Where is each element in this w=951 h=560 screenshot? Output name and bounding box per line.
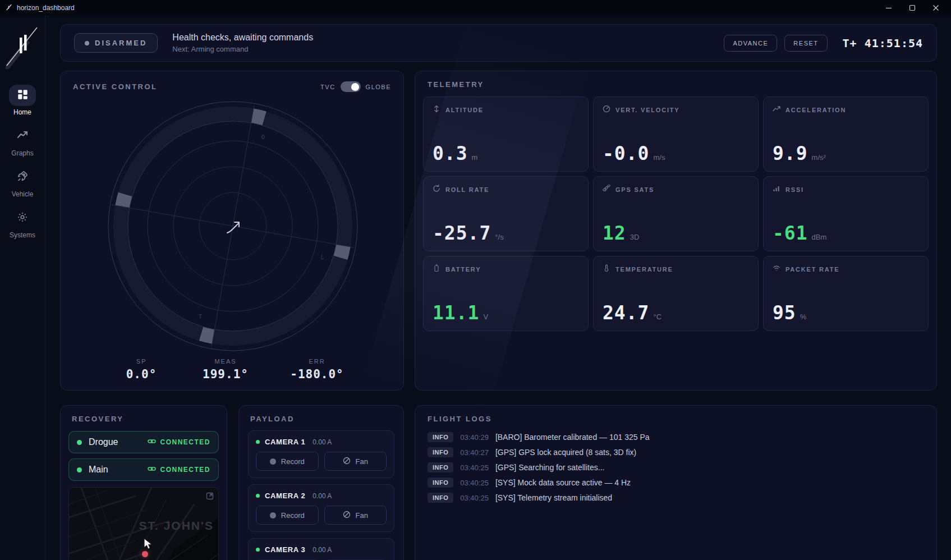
log-message: [BARO] Barometer calibrated — 101 325 Pa bbox=[495, 433, 650, 442]
telemetry-panel: TELEMETRY ALTITUDE 0.3m VERT. VELOCITY -… bbox=[415, 71, 937, 391]
sp-value: 0.0° bbox=[126, 368, 157, 381]
sidebar-item-vehicle[interactable]: Vehicle bbox=[0, 167, 45, 198]
card-label: PACKET RATE bbox=[785, 266, 839, 273]
advance-button[interactable]: ADVANCE bbox=[724, 35, 777, 52]
recovery-channel-main[interactable]: Main CONNECTED bbox=[68, 458, 219, 481]
setpoint-readout: SP 0.0° bbox=[126, 358, 157, 381]
sidebar-item-label: Systems bbox=[10, 231, 35, 239]
card-unit: V bbox=[483, 313, 488, 321]
channel-status: CONNECTED bbox=[160, 466, 210, 474]
meas-label: MEAS bbox=[203, 358, 249, 365]
log-message: [SYS] Telemetry stream initialised bbox=[495, 493, 612, 502]
state-label: DISARMED bbox=[95, 39, 147, 47]
camera-name: CAMERA 3 bbox=[265, 545, 305, 554]
minimize-button[interactable] bbox=[879, 2, 898, 14]
active-control-panel: ACTIVE CONTROL TVC GLOBE 0 L T SP 0.0° bbox=[60, 71, 404, 391]
record-icon bbox=[270, 512, 276, 518]
card-value: -0.0 bbox=[603, 143, 649, 164]
measured-readout: MEAS 199.1° bbox=[203, 358, 249, 381]
card-label: TEMPERATURE bbox=[615, 266, 673, 273]
flight-logs-panel: FLIGHT LOGS INFO 03:40:29 [BARO] Baromet… bbox=[415, 405, 937, 560]
log-level-badge: INFO bbox=[428, 478, 453, 488]
sidebar-item-label: Vehicle bbox=[12, 190, 34, 198]
state-dot-icon bbox=[85, 41, 89, 45]
log-message: [GPS] Searching for satellites... bbox=[495, 463, 605, 472]
fan-button[interactable]: Fan bbox=[324, 452, 387, 471]
reset-button[interactable]: RESET bbox=[784, 35, 827, 52]
card-unit: 3D bbox=[630, 233, 640, 241]
camera-status-dot-icon bbox=[256, 548, 260, 552]
log-time: 03:40:27 bbox=[460, 448, 489, 457]
camera-2-card: CAMERA 2 0.00 A Record Fan bbox=[248, 484, 394, 532]
sidebar-item-label: Home bbox=[13, 108, 31, 116]
card-unit: °C bbox=[653, 313, 661, 321]
card-value: -25.7 bbox=[433, 222, 491, 244]
error-readout: ERR -180.0° bbox=[290, 358, 344, 381]
link-icon bbox=[148, 438, 156, 446]
title-bar: horizon_dashboard bbox=[0, 0, 951, 15]
record-label: Record bbox=[281, 457, 305, 466]
log-time: 03:40:25 bbox=[460, 463, 489, 472]
maximize-button[interactable] bbox=[903, 2, 922, 14]
telemetry-grid: ALTITUDE 0.3m VERT. VELOCITY -0.0m/s ACC… bbox=[423, 97, 929, 331]
altitude-arrows-icon bbox=[433, 105, 440, 115]
sidebar-item-home[interactable]: Home bbox=[0, 85, 45, 116]
record-label: Record bbox=[281, 511, 305, 520]
panel-title: TELEMETRY bbox=[428, 80, 929, 89]
telemetry-card-acceleration: ACCELERATION 9.9m/s² bbox=[763, 97, 929, 172]
card-unit: m/s² bbox=[812, 153, 826, 162]
signal-bars-icon bbox=[773, 185, 780, 195]
card-value: 95 bbox=[773, 302, 796, 324]
fan-button[interactable]: Fan bbox=[324, 506, 387, 525]
card-value: 9.9 bbox=[773, 143, 808, 164]
log-time: 03:40:29 bbox=[460, 433, 489, 442]
camera-current: 0.00 A bbox=[313, 438, 332, 446]
telemetry-card-battery: BATTERY 11.1V bbox=[423, 256, 589, 331]
recovery-map[interactable]: ST. JOHN'S bbox=[68, 487, 219, 560]
telemetry-card-vert-velocity: VERT. VELOCITY -0.0m/s bbox=[593, 97, 759, 172]
log-entry: INFO 03:40:27 [GPS] GPS lock acquired (8… bbox=[428, 447, 924, 458]
mouse-cursor-icon bbox=[144, 539, 153, 552]
fan-off-icon bbox=[343, 511, 351, 520]
thermometer-icon bbox=[603, 264, 610, 274]
recovery-channel-drogue[interactable]: Drogue CONNECTED bbox=[68, 431, 219, 453]
telemetry-card-packet-rate: PACKET RATE 95% bbox=[763, 256, 929, 331]
sidebar-item-graphs[interactable]: Graphs bbox=[0, 126, 45, 157]
log-entry: INFO 03:40:25 [GPS] Searching for satell… bbox=[428, 462, 924, 473]
card-value: 0.3 bbox=[433, 143, 468, 164]
card-unit: °/s bbox=[495, 233, 503, 241]
log-level-badge: INFO bbox=[428, 493, 453, 503]
fan-off-icon bbox=[343, 457, 351, 466]
sidebar-nav: Home Graphs Vehicle Sys bbox=[0, 85, 45, 239]
gauge-mark: 0 bbox=[261, 134, 265, 140]
tvc-attitude-gauge bbox=[61, 71, 405, 391]
card-label: BATTERY bbox=[445, 266, 481, 273]
meas-value: 199.1° bbox=[203, 368, 249, 381]
card-label: ALTITUDE bbox=[445, 107, 484, 113]
panel-title: RECOVERY bbox=[72, 415, 219, 423]
close-button[interactable] bbox=[926, 2, 945, 14]
map-place-label: ST. JOHN'S bbox=[139, 519, 214, 533]
card-label: ACCELERATION bbox=[785, 107, 846, 113]
record-button[interactable]: Record bbox=[256, 452, 319, 471]
card-value: 11.1 bbox=[433, 302, 479, 324]
panel-title: FLIGHT LOGS bbox=[428, 415, 924, 423]
record-button[interactable]: Record bbox=[256, 506, 319, 525]
line-chart-icon bbox=[17, 130, 28, 143]
rotate-icon bbox=[433, 185, 440, 195]
telemetry-card-temperature: TEMPERATURE 24.7°C bbox=[593, 256, 759, 331]
dashboard-icon bbox=[17, 89, 28, 102]
sidebar-item-systems[interactable]: Systems bbox=[0, 208, 45, 239]
wifi-icon bbox=[773, 264, 780, 274]
card-label: GPS SATS bbox=[615, 186, 654, 193]
gauge-mark: T bbox=[199, 314, 202, 320]
log-time: 03:40:25 bbox=[460, 494, 489, 502]
log-message: [GPS] GPS lock acquired (8 sats, 3D fix) bbox=[495, 448, 636, 457]
map-expand-icon[interactable] bbox=[206, 492, 214, 502]
camera-status-dot-icon bbox=[256, 440, 260, 444]
camera-status-dot-icon bbox=[256, 494, 260, 498]
sidebar: Home Graphs Vehicle Sys bbox=[0, 15, 45, 560]
log-list[interactable]: INFO 03:40:29 [BARO] Barometer calibrate… bbox=[428, 432, 924, 503]
recovery-panel: RECOVERY Drogue CONNECTED Main CONNECTED bbox=[60, 405, 227, 560]
telemetry-card-altitude: ALTITUDE 0.3m bbox=[423, 97, 589, 172]
